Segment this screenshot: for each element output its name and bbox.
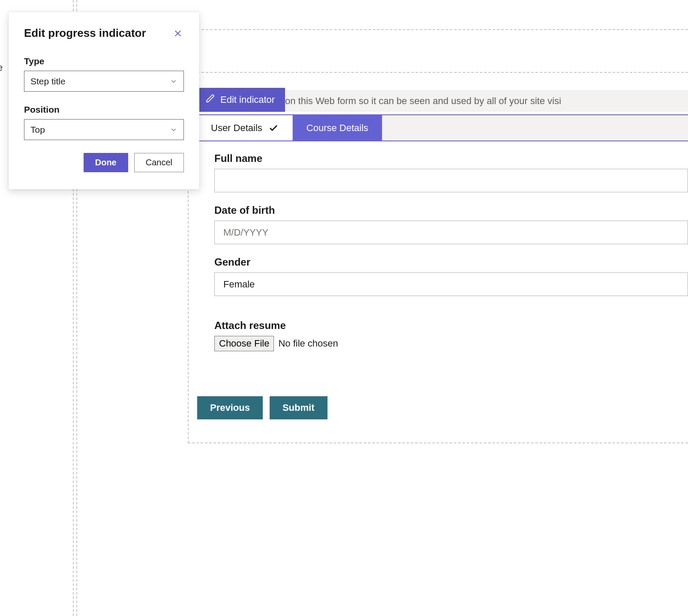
done-button[interactable]: Done: [84, 153, 128, 172]
field-full-name: Full name: [214, 153, 688, 192]
previous-button[interactable]: Previous: [197, 396, 263, 419]
edit-indicator-button[interactable]: Edit indicator: [197, 88, 285, 112]
attach-resume-label: Attach resume: [214, 320, 688, 332]
form-actions: Previous Submit: [197, 396, 327, 419]
check-icon: [268, 123, 279, 133]
step-label: User Details: [211, 123, 262, 134]
modal-actions: Done Cancel: [24, 153, 184, 172]
edit-progress-indicator-modal: Edit progress indicator Type Step title …: [9, 12, 199, 189]
close-button[interactable]: [172, 27, 184, 39]
close-icon: [173, 29, 183, 38]
truncated-left-text: e: [0, 62, 3, 73]
step-tab-user-details[interactable]: User Details: [197, 115, 293, 141]
field-attach-resume: Attach resume Choose File No file chosen: [214, 320, 688, 351]
modal-field-position: Position Top: [24, 105, 184, 140]
position-dropdown[interactable]: Top: [24, 119, 184, 140]
modal-title: Edit progress indicator: [24, 27, 146, 40]
chevron-down-icon: [170, 126, 177, 134]
edit-indicator-label: Edit indicator: [220, 94, 275, 105]
full-name-input[interactable]: [214, 169, 688, 192]
step-tabs-spacer: [382, 115, 688, 141]
type-label: Type: [24, 56, 184, 66]
form-body: Full name Date of birth Gender Attach re…: [214, 153, 688, 363]
gender-label: Gender: [214, 256, 688, 268]
progress-step-tabs: User Details Course Details: [197, 114, 688, 141]
position-label: Position: [24, 105, 184, 115]
dob-input[interactable]: [214, 221, 688, 244]
choose-file-button[interactable]: Choose File: [214, 336, 274, 351]
field-dob: Date of birth: [214, 204, 688, 244]
type-dropdown-value: Step title: [30, 76, 66, 87]
gender-select[interactable]: [214, 272, 688, 296]
step-label: Course Details: [306, 123, 368, 134]
pencil-icon: [206, 94, 215, 106]
position-dropdown-value: Top: [30, 125, 45, 135]
no-file-chosen-text: No file chosen: [278, 338, 338, 349]
cancel-button[interactable]: Cancel: [134, 153, 184, 172]
submit-button[interactable]: Submit: [270, 396, 327, 419]
step-tab-course-details[interactable]: Course Details: [293, 115, 382, 141]
dob-label: Date of birth: [214, 204, 688, 216]
chevron-down-icon: [170, 78, 177, 85]
type-dropdown[interactable]: Step title: [24, 71, 184, 92]
modal-field-type: Type Step title: [24, 56, 184, 92]
full-name-label: Full name: [214, 153, 688, 164]
field-gender: Gender: [214, 256, 688, 296]
